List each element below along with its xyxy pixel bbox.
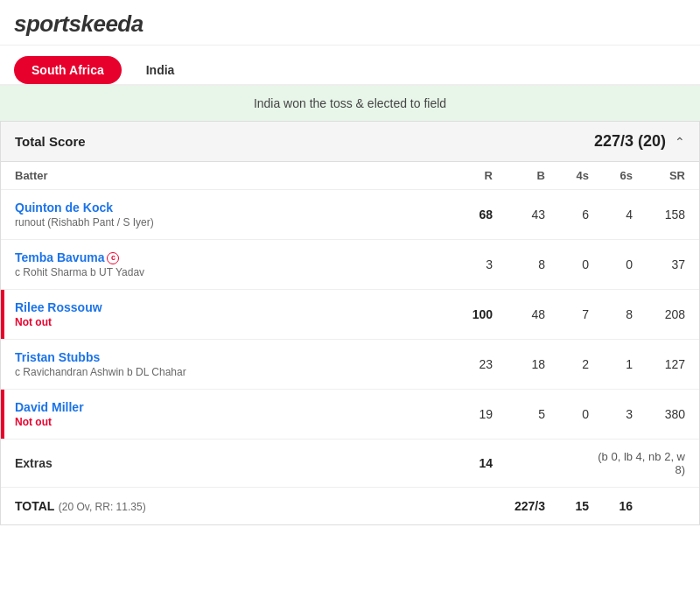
batter-sixes: 4 <box>589 208 633 222</box>
batter-fours: 2 <box>545 357 589 371</box>
batter-info: Rilee Rossouw Not out <box>15 300 440 328</box>
batter-dismissal: runout (Rishabh Pant / S Iyer) <box>15 216 440 229</box>
column-headers: Batter R B 4s 6s SR <box>1 162 699 190</box>
col-6s: 6s <box>589 169 633 182</box>
batter-balls: 5 <box>493 407 545 421</box>
batter-runs: 19 <box>440 407 493 421</box>
batter-row: Quinton de Kock runout (Rishabh Pant / S… <box>1 190 699 240</box>
batter-row: Tristan Stubbs c Ravichandran Ashwin b D… <box>1 340 699 390</box>
batter-row: Rilee Rossouw Not out 100 48 7 8 208 <box>1 290 699 340</box>
extras-row: Extras 14 (b 0, lb 4, nb 2, w 8) <box>1 440 699 488</box>
batter-dismissal: c Ravichandran Ashwin b DL Chahar <box>15 366 440 378</box>
batter-sr: 380 <box>633 407 685 421</box>
toss-message: India won the toss & elected to field <box>254 96 446 110</box>
batter-sr: 127 <box>633 357 685 371</box>
batter-fours: 7 <box>545 307 589 321</box>
batter-name[interactable]: Quinton de Kock <box>15 200 440 215</box>
header: sportskeeda <box>0 0 700 46</box>
batter-runs: 23 <box>440 357 493 371</box>
batter-dismissal: Not out <box>15 416 440 428</box>
batter-runs: 3 <box>440 257 493 271</box>
extras-label: Extras <box>15 456 440 470</box>
batter-balls: 8 <box>493 257 545 271</box>
batter-sixes: 0 <box>589 257 633 271</box>
extras-value: 14 <box>440 456 493 470</box>
toss-info: India won the toss & elected to field <box>0 86 700 121</box>
batter-fours: 6 <box>545 208 589 222</box>
batter-name[interactable]: Tristan Stubbs <box>15 350 440 364</box>
logo-text: sportskeeda <box>14 11 144 37</box>
batter-info: Quinton de Kock runout (Rishabh Pant / S… <box>15 200 440 229</box>
batter-sr: 208 <box>633 307 685 321</box>
batter-fours: 0 <box>545 407 589 421</box>
batter-sr: 37 <box>633 257 685 271</box>
batter-runs: 100 <box>440 307 493 321</box>
captain-icon: c <box>107 252 119 264</box>
scorecard: Total Score 227/3 (20) ⌃ Batter R B 4s 6… <box>0 121 700 525</box>
col-batter: Batter <box>15 169 440 182</box>
batter-name[interactable]: Rilee Rossouw <box>15 300 440 314</box>
col-sr: SR <box>633 169 685 182</box>
batter-sr: 158 <box>633 208 685 222</box>
batter-row: David Miller Not out 19 5 0 3 380 <box>1 390 699 440</box>
logo: sportskeeda <box>14 11 686 38</box>
total-sublabel: (20 Ov, RR: 11.35) <box>59 501 146 513</box>
batter-balls: 43 <box>493 208 545 222</box>
total-footer-label: TOTAL (20 Ov, RR: 11.35) <box>15 498 440 514</box>
batter-dismissal: c Rohit Sharma b UT Yadav <box>15 266 440 278</box>
batter-balls: 18 <box>493 357 545 371</box>
extras-detail: (b 0, lb 4, nb 2, w 8) <box>589 450 685 476</box>
total-sixes: 16 <box>589 499 633 513</box>
total-score-row: Total Score 227/3 (20) ⌃ <box>1 122 699 162</box>
batter-sixes: 3 <box>589 407 633 421</box>
batter-name[interactable]: David Miller <box>15 400 440 414</box>
chevron-up-icon[interactable]: ⌃ <box>675 135 685 149</box>
batter-balls: 48 <box>493 307 545 321</box>
total-score-value: 227/3 (20) ⌃ <box>594 132 685 151</box>
tab-south-africa[interactable]: South Africa <box>14 56 122 84</box>
batter-info: Tristan Stubbs c Ravichandran Ashwin b D… <box>15 350 440 378</box>
tab-india[interactable]: India <box>129 56 192 84</box>
batter-name[interactable]: Temba Bavumac <box>15 250 440 264</box>
tabs-container: South Africa India <box>0 46 700 86</box>
batter-runs: 68 <box>440 208 493 222</box>
col-4s: 4s <box>545 169 589 182</box>
total-score-label: Total Score <box>15 134 86 149</box>
batter-sixes: 8 <box>589 307 633 321</box>
total-label: TOTAL <box>15 499 54 513</box>
batter-rows: Quinton de Kock runout (Rishabh Pant / S… <box>1 190 699 440</box>
batter-fours: 0 <box>545 257 589 271</box>
total-fours: 15 <box>545 499 589 513</box>
batter-dismissal: Not out <box>15 316 440 328</box>
col-r: R <box>440 169 493 182</box>
total-score-number: 227/3 (20) <box>594 132 666 151</box>
batter-sixes: 1 <box>589 357 633 371</box>
total-score: 227/3 <box>440 499 545 513</box>
batter-info: Temba Bavumac c Rohit Sharma b UT Yadav <box>15 250 440 278</box>
total-footer-row: TOTAL (20 Ov, RR: 11.35) 227/3 15 16 <box>1 488 699 524</box>
batter-row: Temba Bavumac c Rohit Sharma b UT Yadav … <box>1 240 699 290</box>
col-b: B <box>493 169 545 182</box>
batter-info: David Miller Not out <box>15 400 440 428</box>
